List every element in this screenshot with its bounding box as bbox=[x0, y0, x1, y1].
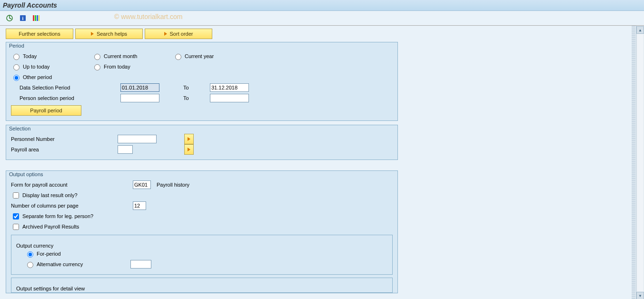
radio-alternative-currency-input[interactable] bbox=[27, 262, 33, 268]
sort-order-button[interactable]: Sort order bbox=[145, 29, 212, 39]
personnel-number-multi-button[interactable] bbox=[184, 134, 194, 144]
person-selection-period-label: Person selection period bbox=[20, 95, 120, 101]
archived-results-checkbox[interactable] bbox=[13, 224, 19, 230]
search-helps-label: Search helps bbox=[97, 31, 127, 37]
personnel-number-input[interactable] bbox=[118, 135, 157, 143]
radio-current-month-label: Current month bbox=[104, 53, 137, 59]
selection-legend: Selection bbox=[9, 126, 30, 131]
watermark: © www.tutorialkart.com bbox=[114, 13, 182, 20]
further-selections-label: Further selections bbox=[19, 31, 60, 37]
radio-alternative-currency[interactable]: Alternative currency bbox=[25, 260, 130, 268]
page-title: Payroll Accounts bbox=[3, 1, 57, 9]
sort-order-label: Sort order bbox=[170, 31, 193, 37]
to-label-1: To bbox=[183, 85, 210, 90]
scroll-down-icon[interactable]: ▼ bbox=[636, 292, 644, 299]
splitter-bar[interactable] bbox=[632, 26, 635, 299]
radio-current-month-input[interactable] bbox=[94, 54, 100, 60]
personnel-number-label: Personnel Number bbox=[11, 136, 118, 142]
radio-current-year[interactable]: Current year bbox=[173, 52, 254, 60]
period-legend: Period bbox=[9, 43, 24, 49]
radio-current-year-input[interactable] bbox=[175, 54, 181, 60]
vertical-scrollbar[interactable]: ▲ ▼ bbox=[636, 26, 644, 299]
detail-view-legend: Output settings for detail view bbox=[16, 286, 85, 291]
output-currency-group: Output currency For-period Alternative c… bbox=[11, 235, 393, 275]
separate-form-label: Separate form for leg. person? bbox=[22, 213, 93, 219]
display-last-result-checkbox[interactable] bbox=[13, 192, 19, 199]
app-toolbar: i © www.tutorialkart.com bbox=[0, 11, 644, 26]
execute-icon[interactable] bbox=[5, 13, 14, 23]
svg-rect-5 bbox=[37, 15, 38, 21]
payroll-area-label: Payroll area bbox=[11, 147, 118, 152]
selection-buttons-row: Further selections Search helps Sort ord… bbox=[0, 26, 404, 42]
num-cols-input[interactable] bbox=[133, 201, 146, 210]
person-selection-from-input[interactable] bbox=[120, 94, 159, 102]
period-group: Period Today Current month Current year … bbox=[6, 42, 398, 121]
scroll-up-icon[interactable]: ▲ bbox=[636, 26, 644, 34]
search-helps-button[interactable]: Search helps bbox=[75, 29, 143, 39]
data-selection-to-input[interactable] bbox=[210, 83, 249, 92]
radio-from-today-label: From today bbox=[104, 64, 130, 70]
person-selection-to-input[interactable] bbox=[210, 94, 249, 102]
currency-legend: Output currency bbox=[16, 243, 53, 249]
data-selection-from-input[interactable] bbox=[120, 83, 159, 92]
selection-group: Selection Personnel Number Payroll area bbox=[6, 125, 398, 160]
output-options-group: Output options Form for payroll account … bbox=[6, 170, 398, 293]
radio-alternative-currency-label: Alternative currency bbox=[37, 261, 83, 267]
archived-results-label: Archived Payroll Results bbox=[22, 224, 79, 229]
num-cols-label: Number of columns per page bbox=[11, 203, 133, 209]
title-bar: Payroll Accounts bbox=[0, 0, 644, 11]
svg-rect-4 bbox=[35, 15, 36, 21]
radio-other-period-input[interactable] bbox=[13, 75, 20, 81]
radio-today-input[interactable] bbox=[13, 54, 20, 60]
radio-for-period[interactable]: For-period bbox=[25, 250, 61, 258]
radio-up-to-today-label: Up to today bbox=[23, 64, 50, 70]
radio-from-today[interactable]: From today bbox=[92, 63, 173, 70]
further-selections-button[interactable]: Further selections bbox=[6, 29, 73, 39]
radio-other-period-label: Other period bbox=[23, 74, 52, 80]
svg-text:i: i bbox=[22, 16, 24, 21]
to-label-2: To bbox=[183, 95, 210, 101]
radio-today-label: Today bbox=[23, 53, 37, 59]
radio-for-period-input[interactable] bbox=[27, 251, 33, 258]
color-bars-icon[interactable] bbox=[31, 13, 41, 23]
radio-current-year-label: Current year bbox=[185, 53, 214, 59]
output-detail-view-group: Output settings for detail view bbox=[11, 278, 393, 293]
info-icon[interactable]: i bbox=[18, 13, 28, 23]
scroll-track[interactable] bbox=[637, 34, 643, 291]
payroll-period-button[interactable]: Payroll period bbox=[11, 105, 81, 116]
separate-form-checkbox[interactable] bbox=[13, 213, 19, 219]
radio-current-month[interactable]: Current month bbox=[92, 52, 173, 60]
radio-from-today-input[interactable] bbox=[94, 64, 100, 70]
form-description: Payroll history bbox=[157, 182, 189, 188]
radio-other-period[interactable]: Other period bbox=[11, 73, 92, 81]
radio-for-period-label: For-period bbox=[37, 251, 61, 257]
body-area: Further selections Search helps Sort ord… bbox=[0, 26, 644, 299]
radio-up-to-today-input[interactable] bbox=[13, 64, 20, 70]
output-legend: Output options bbox=[9, 171, 43, 177]
radio-up-to-today[interactable]: Up to today bbox=[11, 63, 92, 70]
display-last-result-label: Display last result only? bbox=[22, 192, 78, 198]
payroll-area-input[interactable] bbox=[118, 145, 133, 154]
svg-rect-6 bbox=[39, 15, 40, 21]
payroll-period-label: Payroll period bbox=[30, 108, 62, 113]
alternative-currency-input[interactable] bbox=[130, 260, 151, 269]
radio-today[interactable]: Today bbox=[11, 52, 92, 60]
data-selection-period-label: Data Selection Period bbox=[20, 85, 120, 90]
form-code-input[interactable] bbox=[133, 180, 151, 189]
form-for-payroll-account-label: Form for payroll account bbox=[11, 182, 133, 188]
payroll-area-multi-button[interactable] bbox=[184, 144, 194, 155]
svg-rect-3 bbox=[33, 15, 34, 21]
